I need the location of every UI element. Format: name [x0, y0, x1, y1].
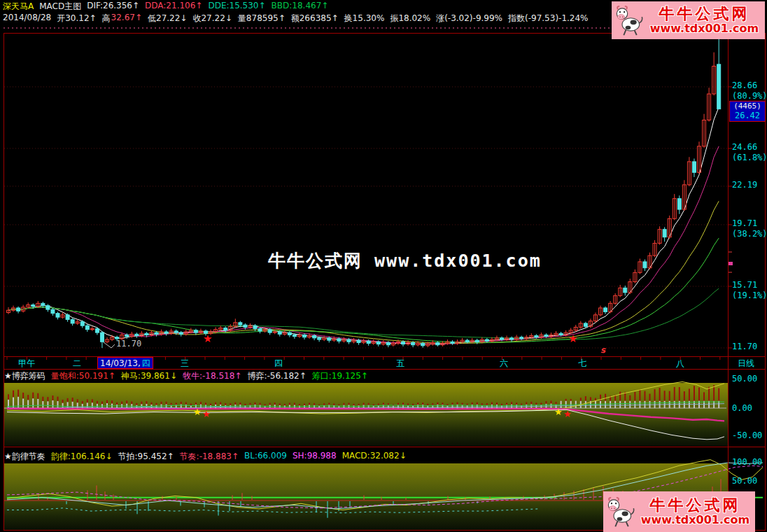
border-axis-bottom: [3, 369, 766, 370]
quote-field: 换15.30%: [344, 13, 385, 24]
last-price: 26.42: [730, 111, 765, 120]
price-axis-label: 19.71: [732, 219, 757, 228]
boyi-panel-background: [4, 383, 728, 446]
boyi-field: 博弈:-56.182↑: [247, 370, 306, 382]
yunlv-values: 韵律:106.146↓节拍:95.452↑节奏:-18.883↑BL:66.00…: [51, 451, 407, 463]
date-label: 2014/08/28: [3, 13, 51, 24]
star-marker: ★: [568, 334, 577, 344]
price-axis-label: 15.71: [732, 281, 757, 290]
indicator-title[interactable]: MACD主图: [39, 1, 81, 13]
indicator-field: DIF:26.356↑: [87, 1, 139, 13]
volume-count: (4465): [730, 102, 765, 111]
macd-values: DIF:26.356↑DDA:21.106↑DDE:15.530↑BBD:18.…: [87, 1, 328, 13]
indicator-field: DDE:15.530↑: [208, 1, 265, 13]
price-axis-label: 50.00: [732, 374, 757, 384]
price-axis-label: (38.2%): [732, 230, 767, 239]
cow-logo-icon: [613, 3, 645, 38]
watermark-site-url: www.tdx001.com: [641, 514, 750, 526]
yunlv-panel-title[interactable]: ★韵律节奏: [4, 451, 45, 463]
star-marker: ★: [202, 410, 211, 419]
yunlv-field: MACD:32.082↓: [342, 451, 407, 463]
last-price-badge: (4465) 26.42: [729, 101, 766, 122]
boyi-field: 筹口:19.125↑: [312, 370, 368, 382]
star-marker: ★: [563, 410, 572, 419]
boyi-values: 量饱和:50.191↑神马:39.861↓牧牛:-18.518↑博弈:-56.1…: [51, 370, 368, 382]
quote-field: 涨(-3.02)-9.99%: [436, 13, 502, 24]
price-axis-label: 50.00: [732, 477, 757, 486]
time-axis-label: 四: [274, 358, 283, 370]
price-axis-label: 11.70: [732, 342, 757, 351]
yunlv-panel-header: ★韵律节奏 韵律:106.146↓节拍:95.452↑节奏:-18.883↑BL…: [4, 451, 407, 463]
yunlv-field: 节拍:95.452↑: [118, 451, 174, 463]
price-axis-label: 22.19: [732, 181, 757, 190]
quote-field: 收27.22↓: [192, 13, 232, 24]
star-marker: ★: [554, 407, 563, 416]
price-axis-label: (80.9%): [732, 92, 767, 101]
boyi-field: 量饱和:50.191↑: [51, 370, 115, 382]
price-axis-label: 0.00: [732, 404, 752, 413]
tdx-window: 深天马A MACD主图 DIF:26.356↑DDA:21.106↑DDE:15…: [0, 0, 767, 532]
title-bar: 深天马A MACD主图 DIF:26.356↑DDA:21.106↑DDE:15…: [3, 1, 328, 13]
boyi-field: 牧牛:-18.518↑: [183, 370, 241, 382]
indicator-field: DDA:21.106↑: [145, 1, 202, 13]
time-axis-label: 七: [578, 358, 586, 370]
selected-date: 14/03/13,: [100, 358, 141, 368]
star-marker: ★: [193, 407, 202, 416]
boyi-panel-header: ★博弈筹码 量饱和:50.191↑神马:39.861↓牧牛:-18.518↑博弈…: [4, 370, 368, 382]
boyi-panel-title[interactable]: ★博弈筹码: [4, 370, 45, 382]
quote-field: 振18.02%: [390, 13, 430, 24]
stock-name[interactable]: 深天马A: [3, 1, 34, 13]
border-panel-divider: [3, 447, 766, 447]
price-axis-label: (19.1%): [732, 291, 767, 300]
quote-field: 32.67↑: [111, 13, 142, 24]
cow-logo-icon: [605, 494, 637, 530]
boyi-field: 神马:39.861↓: [121, 370, 177, 382]
price-axis-divider: [728, 33, 729, 531]
time-axis-label: 五: [396, 358, 404, 370]
price-axis-label: -50.00: [732, 431, 762, 440]
center-watermark: 牛牛公式网 www.tdx001.com: [268, 249, 542, 272]
star-marker: ★: [203, 334, 212, 344]
watermark-site-url: www.tdx001.com: [650, 22, 759, 35]
low-price-callout: 11.70: [116, 339, 141, 349]
site-watermark-bottom: 牛牛公式网 www.tdx001.com: [603, 491, 755, 532]
quote-field: 量878595↑: [238, 13, 286, 24]
ohlc-values: 开30.12↑高32.67↑低27.22↓收27.22↓量878595↑额266…: [57, 13, 588, 24]
period-label[interactable]: 日线: [729, 358, 763, 370]
quote-field: 低27.22↓: [148, 13, 187, 24]
price-axis-label: (61.8%): [732, 153, 767, 162]
quote-field: 开30.12↑: [57, 13, 96, 24]
signal-s-marker: s: [600, 345, 605, 355]
time-axis-label: 二: [73, 358, 81, 370]
time-axis-label: 八: [676, 358, 684, 370]
quote-field: 额266385↑: [291, 13, 339, 24]
watermark-site-name: 牛牛公式网: [650, 497, 741, 514]
yunlv-field: BL:66.009: [244, 451, 287, 463]
time-axis-label: 三: [181, 358, 189, 370]
price-axis-label: 100.00: [732, 458, 762, 467]
time-axis-label: 六: [500, 358, 508, 370]
yunlv-field: SH:98.988: [293, 451, 337, 463]
time-axis-label: 甲午: [18, 358, 35, 370]
indicator-field: BBD:18.467↑: [272, 1, 329, 13]
quote-field-label: 高: [102, 13, 111, 24]
selected-weekday: 四: [142, 358, 150, 368]
yunlv-field: 节奏:-18.883↑: [180, 451, 239, 463]
yunlv-field: 韵律:106.146↓: [51, 451, 113, 463]
quote-field: 指数(-97.53)-1.24%: [508, 13, 589, 24]
price-axis-label: 24.66: [732, 143, 757, 152]
site-watermark-top: 牛牛公式网 www.tdx001.com: [612, 1, 765, 39]
info-bar: 2014/08/28 开30.12↑高32.67↑低27.22↓收27.22↓量…: [3, 13, 589, 24]
watermark-site-name: 牛牛公式网: [659, 6, 750, 22]
price-axis-label: 28.66: [732, 81, 757, 90]
selected-date-box[interactable]: 14/03/13, 四: [97, 357, 153, 369]
